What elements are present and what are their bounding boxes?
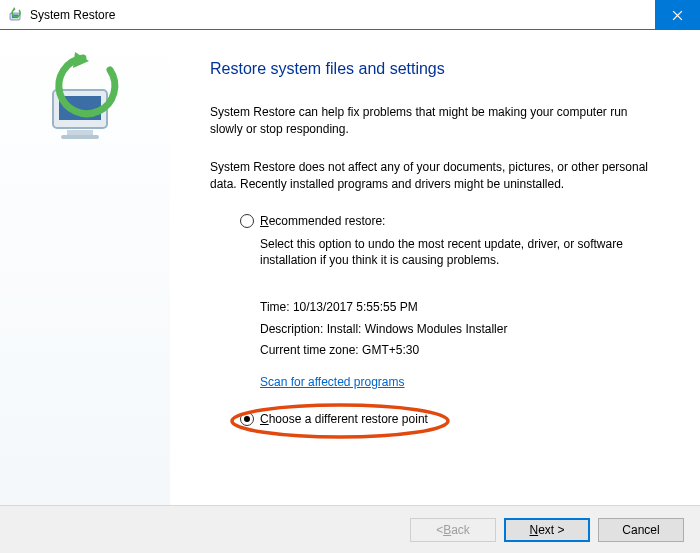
- recommended-restore-radio[interactable]: Recommended restore:: [240, 214, 660, 228]
- radio-icon: [240, 412, 254, 426]
- body: Restore system files and settings System…: [0, 30, 700, 505]
- intro-paragraph-1: System Restore can help fix problems tha…: [210, 104, 660, 139]
- titlebar: System Restore: [0, 0, 700, 30]
- detail-time: Time: 10/13/2017 5:55:55 PM: [260, 297, 660, 319]
- system-restore-icon: [8, 7, 24, 23]
- back-button: < Back: [410, 518, 496, 542]
- content-area: Restore system files and settings System…: [170, 30, 700, 505]
- intro-paragraph-2: System Restore does not affect any of yo…: [210, 159, 660, 194]
- page-title: Restore system files and settings: [210, 60, 660, 78]
- scan-affected-programs-link[interactable]: Scan for affected programs: [260, 372, 405, 394]
- footer: < Back Next > Cancel: [0, 505, 700, 553]
- restore-details: Time: 10/13/2017 5:55:55 PM Description:…: [260, 297, 660, 393]
- recommended-restore-label: Recommended restore:: [260, 214, 385, 228]
- restore-illustration-icon: [35, 50, 135, 150]
- next-button[interactable]: Next >: [504, 518, 590, 542]
- close-button[interactable]: [655, 0, 700, 30]
- detail-description: Description: Install: Windows Modules In…: [260, 319, 660, 341]
- cancel-button[interactable]: Cancel: [598, 518, 684, 542]
- detail-timezone: Current time zone: GMT+5:30: [260, 340, 660, 362]
- svg-rect-4: [67, 130, 93, 135]
- radio-icon: [240, 214, 254, 228]
- window-title: System Restore: [30, 8, 115, 22]
- recommended-restore-description: Select this option to undo the most rece…: [260, 236, 660, 270]
- sidebar: [0, 30, 170, 505]
- choose-different-restore-label: Choose a different restore point: [260, 412, 428, 426]
- choose-different-restore-radio[interactable]: Choose a different restore point: [240, 412, 660, 426]
- svg-rect-5: [61, 135, 99, 139]
